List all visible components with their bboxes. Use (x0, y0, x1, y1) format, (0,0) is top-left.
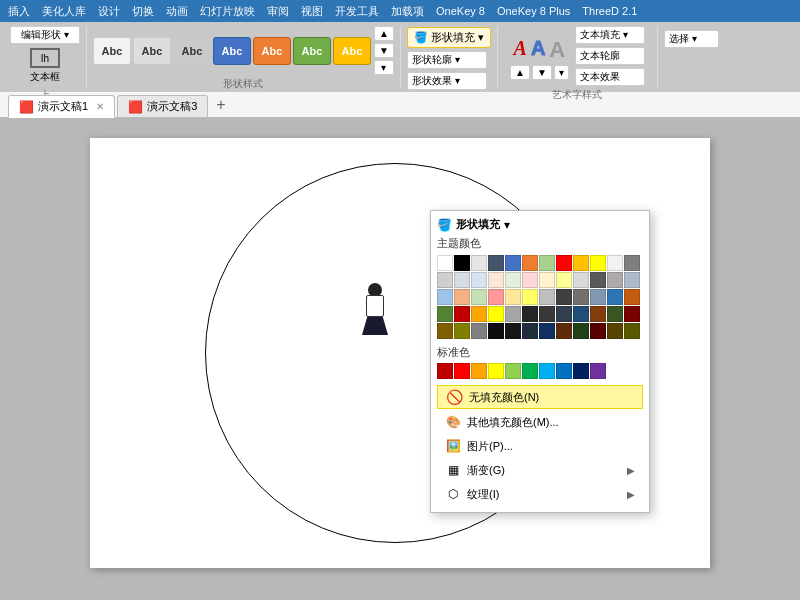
edit-shape-button[interactable]: 编辑形状 ▾ (10, 26, 80, 44)
tab-presentation3[interactable]: 🟥 演示文稿3 (117, 95, 208, 117)
theme-color-2[interactable] (471, 255, 487, 271)
theme-color-26[interactable] (471, 289, 487, 305)
menu-addins[interactable]: 加载项 (391, 4, 424, 19)
more-styles-down[interactable]: ▼ (374, 43, 394, 58)
theme-color-36[interactable] (437, 306, 453, 322)
theme-color-56[interactable] (573, 323, 589, 339)
theme-color-22[interactable] (607, 272, 623, 288)
tab-close-1[interactable]: ✕ (96, 101, 104, 112)
std-color-8[interactable] (573, 363, 589, 379)
std-color-6[interactable] (539, 363, 555, 379)
std-color-1[interactable] (454, 363, 470, 379)
menu-slideshow[interactable]: 幻灯片放映 (200, 4, 255, 19)
theme-color-54[interactable] (539, 323, 555, 339)
theme-color-39[interactable] (488, 306, 504, 322)
theme-color-23[interactable] (624, 272, 640, 288)
theme-color-19[interactable] (556, 272, 572, 288)
std-color-2[interactable] (471, 363, 487, 379)
style-swatch-4[interactable]: Abc (253, 37, 291, 65)
std-color-4[interactable] (505, 363, 521, 379)
text-effect-button[interactable]: 文本效果 (575, 68, 645, 86)
theme-color-46[interactable] (607, 306, 623, 322)
art-sample-1[interactable]: A (514, 37, 527, 63)
select-button[interactable]: 选择 ▾ (664, 30, 719, 48)
theme-color-12[interactable] (437, 272, 453, 288)
menu-insert[interactable]: 插入 (8, 4, 30, 19)
theme-color-59[interactable] (624, 323, 640, 339)
theme-color-18[interactable] (539, 272, 555, 288)
std-color-9[interactable] (590, 363, 606, 379)
theme-color-28[interactable] (505, 289, 521, 305)
texture-option[interactable]: ⬡ 纹理(I) ▶ (437, 482, 643, 506)
theme-color-29[interactable] (522, 289, 538, 305)
style-swatch-6[interactable]: Abc (333, 37, 371, 65)
theme-color-14[interactable] (471, 272, 487, 288)
theme-color-58[interactable] (607, 323, 623, 339)
style-swatch-5[interactable]: Abc (293, 37, 331, 65)
std-color-7[interactable] (556, 363, 572, 379)
theme-color-42[interactable] (539, 306, 555, 322)
theme-color-52[interactable] (505, 323, 521, 339)
theme-color-34[interactable] (607, 289, 623, 305)
theme-color-11[interactable] (624, 255, 640, 271)
theme-color-57[interactable] (590, 323, 606, 339)
theme-color-20[interactable] (573, 272, 589, 288)
tab-presentation1[interactable]: 🟥 演示文稿1 ✕ (8, 95, 115, 118)
theme-color-17[interactable] (522, 272, 538, 288)
menu-beautify[interactable]: 美化人库 (42, 4, 86, 19)
theme-color-41[interactable] (522, 306, 538, 322)
menu-design[interactable]: 设计 (98, 4, 120, 19)
style-swatch-3[interactable]: Abc (213, 37, 251, 65)
menu-threed[interactable]: ThreeD 2.1 (582, 5, 637, 17)
theme-color-5[interactable] (522, 255, 538, 271)
add-tab-button[interactable]: + (210, 96, 231, 114)
theme-color-1[interactable] (454, 255, 470, 271)
picture-option[interactable]: 🖼️ 图片(P)... (437, 434, 643, 458)
menu-review[interactable]: 审阅 (267, 4, 289, 19)
text-box-button[interactable]: Ih 文本框 (26, 46, 64, 86)
theme-color-45[interactable] (590, 306, 606, 322)
style-swatch-2[interactable]: Abc (173, 37, 211, 65)
theme-color-43[interactable] (556, 306, 572, 322)
text-fill-button[interactable]: 文本填充 ▾ (575, 26, 645, 44)
theme-color-24[interactable] (437, 289, 453, 305)
theme-color-8[interactable] (573, 255, 589, 271)
shape-outline-button[interactable]: 形状轮廓 ▾ (407, 51, 487, 69)
theme-color-33[interactable] (590, 289, 606, 305)
std-color-3[interactable] (488, 363, 504, 379)
theme-color-35[interactable] (624, 289, 640, 305)
art-sample-2[interactable]: A (531, 37, 545, 63)
style-swatch-1[interactable]: Abc (133, 37, 171, 65)
more-styles-expand[interactable]: ▾ (374, 60, 394, 75)
theme-color-27[interactable] (488, 289, 504, 305)
std-color-0[interactable] (437, 363, 453, 379)
more-colors-option[interactable]: 🎨 其他填充颜色(M)... (437, 410, 643, 434)
menu-animation[interactable]: 动画 (166, 4, 188, 19)
theme-color-37[interactable] (454, 306, 470, 322)
theme-color-16[interactable] (505, 272, 521, 288)
shape-fill-button[interactable]: 🪣 形状填充 ▾ (407, 27, 491, 48)
theme-color-3[interactable] (488, 255, 504, 271)
menu-switch[interactable]: 切换 (132, 4, 154, 19)
theme-color-25[interactable] (454, 289, 470, 305)
theme-color-21[interactable] (590, 272, 606, 288)
theme-color-44[interactable] (573, 306, 589, 322)
theme-color-0[interactable] (437, 255, 453, 271)
theme-color-13[interactable] (454, 272, 470, 288)
more-styles-up[interactable]: ▲ (374, 26, 394, 41)
theme-color-55[interactable] (556, 323, 572, 339)
theme-color-38[interactable] (471, 306, 487, 322)
art-more-up[interactable]: ▲ (510, 65, 530, 80)
theme-color-30[interactable] (539, 289, 555, 305)
theme-color-40[interactable] (505, 306, 521, 322)
gradient-option[interactable]: ▦ 渐变(G) ▶ (437, 458, 643, 482)
theme-color-4[interactable] (505, 255, 521, 271)
theme-color-15[interactable] (488, 272, 504, 288)
theme-color-7[interactable] (556, 255, 572, 271)
style-swatch-0[interactable]: Abc (93, 37, 131, 65)
no-fill-option[interactable]: 🚫 无填充颜色(N) (437, 385, 643, 409)
shape-effect-button[interactable]: 形状效果 ▾ (407, 72, 487, 90)
theme-color-6[interactable] (539, 255, 555, 271)
art-sample-3[interactable]: A (549, 37, 565, 63)
theme-color-31[interactable] (556, 289, 572, 305)
